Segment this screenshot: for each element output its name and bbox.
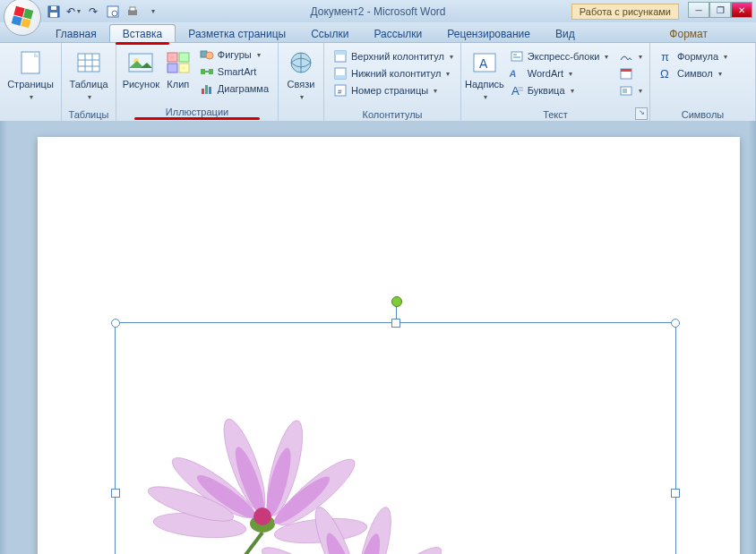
smartart-icon bbox=[200, 64, 214, 79]
textbox-icon: A bbox=[470, 48, 499, 77]
chevron-down-icon: ▾ bbox=[30, 93, 33, 101]
chevron-down-icon: ▾ bbox=[639, 87, 642, 95]
svg-text:A: A bbox=[479, 56, 488, 71]
shapes-button[interactable]: Фигуры▾ bbox=[196, 47, 272, 63]
rotation-handle[interactable] bbox=[391, 296, 402, 307]
pagenum-icon: # bbox=[333, 83, 348, 98]
svg-text:π: π bbox=[661, 50, 669, 64]
svg-rect-47 bbox=[621, 69, 631, 72]
office-logo-icon bbox=[12, 6, 33, 28]
resize-handle-ne[interactable] bbox=[671, 319, 680, 328]
dialog-launcher[interactable]: ↘ bbox=[635, 107, 648, 120]
svg-point-22 bbox=[206, 52, 213, 59]
svg-rect-25 bbox=[202, 89, 204, 94]
picture-selection[interactable] bbox=[115, 322, 676, 554]
svg-rect-40 bbox=[513, 56, 520, 58]
pages-label: Страницы bbox=[4, 79, 57, 89]
tab-home[interactable]: Главная bbox=[43, 25, 109, 42]
page-number-button[interactable]: #Номер страницы▾ bbox=[330, 82, 457, 98]
restore-button[interactable]: ❐ bbox=[709, 2, 731, 18]
dropcap-icon: A bbox=[510, 83, 524, 98]
signature-line-button[interactable]: ▾ bbox=[615, 48, 646, 64]
window-title: Документ2 - Microsoft Word bbox=[310, 5, 445, 18]
chevron-down-icon: ▾ bbox=[446, 70, 450, 78]
textbox-button[interactable]: A Надпись ▾ bbox=[465, 45, 504, 102]
picture-button[interactable]: Рисунок bbox=[120, 45, 162, 89]
svg-rect-16 bbox=[179, 53, 189, 62]
minimize-button[interactable]: ─ bbox=[688, 2, 709, 18]
tab-view[interactable]: Вид bbox=[543, 25, 588, 42]
smartart-button[interactable]: SmartArt bbox=[196, 64, 272, 80]
chevron-down-icon: ▾ bbox=[718, 70, 722, 78]
dropcap-button[interactable]: AБуквица▾ bbox=[506, 82, 613, 98]
links-button[interactable]: Связи ▾ bbox=[282, 45, 320, 102]
chevron-down-icon: ▾ bbox=[484, 93, 487, 101]
clipart-button[interactable]: Клип bbox=[162, 45, 194, 89]
pages-button[interactable]: Страницы ▾ bbox=[4, 45, 57, 102]
svg-rect-1 bbox=[50, 13, 57, 17]
picture-icon bbox=[126, 48, 155, 77]
print-preview-icon[interactable] bbox=[106, 4, 120, 19]
quick-print-icon[interactable] bbox=[125, 4, 140, 19]
chart-button[interactable]: Диаграмма bbox=[196, 81, 272, 97]
office-button[interactable] bbox=[4, 0, 41, 36]
group-headerfooter-label: Колонтитулы bbox=[324, 107, 460, 122]
svg-rect-24 bbox=[209, 69, 213, 74]
table-button[interactable]: Таблица ▾ bbox=[65, 45, 112, 102]
tab-insert[interactable]: Вставка bbox=[109, 24, 176, 42]
equation-icon: π bbox=[659, 49, 674, 64]
chevron-down-icon: ▾ bbox=[434, 87, 437, 95]
symbol-button[interactable]: ΩСимвол▾ bbox=[656, 65, 731, 81]
header-label: Верхний колонтитул bbox=[351, 51, 444, 62]
links-icon bbox=[287, 48, 315, 77]
svg-rect-2 bbox=[51, 6, 56, 10]
undo-button[interactable]: ↶▾ bbox=[66, 4, 81, 19]
equation-button[interactable]: πФормула▾ bbox=[656, 48, 731, 64]
quickparts-label: Экспресс-блоки bbox=[528, 51, 600, 62]
object-icon bbox=[619, 83, 633, 98]
svg-rect-39 bbox=[513, 54, 517, 55]
qat-customize[interactable]: ▾ bbox=[145, 4, 159, 19]
wordart-button[interactable]: AWordArt▾ bbox=[506, 65, 613, 81]
chart-icon bbox=[200, 81, 214, 96]
redo-button[interactable]: ↷ bbox=[86, 4, 100, 19]
group-illustrations-label: Иллюстрации bbox=[116, 105, 278, 122]
svg-rect-33 bbox=[335, 75, 346, 79]
resize-handle-e[interactable] bbox=[671, 489, 680, 498]
footer-button[interactable]: Нижний колонтитул▾ bbox=[330, 65, 457, 81]
equation-label: Формула bbox=[677, 51, 718, 62]
tab-review[interactable]: Рецензирование bbox=[434, 25, 543, 42]
svg-rect-6 bbox=[130, 7, 135, 11]
links-label: Связи bbox=[282, 79, 320, 89]
tab-format[interactable]: Формат bbox=[657, 25, 720, 42]
tab-layout[interactable]: Разметка страницы bbox=[176, 25, 298, 42]
svg-text:A: A bbox=[510, 68, 518, 79]
tab-mailings[interactable]: Рассылки bbox=[361, 25, 434, 42]
chevron-down-icon: ▾ bbox=[639, 53, 642, 61]
svg-rect-23 bbox=[201, 69, 205, 74]
tab-insert-label: Вставка bbox=[123, 28, 163, 40]
resize-handle-w[interactable] bbox=[111, 489, 120, 498]
header-icon bbox=[333, 49, 348, 64]
chevron-down-icon: ▾ bbox=[450, 53, 453, 61]
annotation-underline bbox=[134, 117, 260, 120]
footer-icon bbox=[333, 66, 348, 81]
symbol-label: Символ bbox=[677, 68, 713, 79]
quickparts-icon bbox=[510, 49, 524, 64]
chevron-down-icon: ▾ bbox=[571, 87, 574, 95]
chevron-down-icon: ▾ bbox=[605, 53, 608, 61]
object-button[interactable]: ▾ bbox=[615, 82, 646, 98]
chart-label: Диаграмма bbox=[218, 83, 269, 94]
quickparts-button[interactable]: Экспресс-блоки▾ bbox=[506, 48, 613, 64]
resize-handle-n[interactable] bbox=[391, 319, 400, 328]
wordart-icon: A bbox=[510, 66, 524, 81]
svg-rect-17 bbox=[168, 64, 177, 72]
header-button[interactable]: Верхний колонтитул▾ bbox=[330, 48, 457, 64]
document-area[interactable] bbox=[0, 121, 756, 554]
symbol-icon: Ω bbox=[659, 66, 674, 81]
date-time-button[interactable] bbox=[615, 65, 646, 81]
tab-references[interactable]: Ссылки bbox=[298, 25, 361, 42]
save-icon[interactable] bbox=[47, 4, 61, 19]
resize-handle-nw[interactable] bbox=[111, 319, 120, 328]
close-button[interactable]: ✕ bbox=[731, 2, 752, 18]
